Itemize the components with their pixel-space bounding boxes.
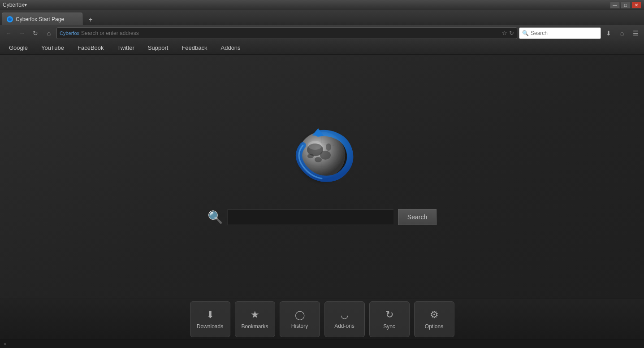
active-tab[interactable]: Cyberfox Start Page bbox=[2, 13, 82, 25]
back-button[interactable]: ← bbox=[3, 27, 14, 39]
tab-bar: Cyberfox Start Page + bbox=[0, 10, 644, 25]
reload-button[interactable]: ↻ bbox=[30, 27, 41, 39]
bookmark-youtube[interactable]: YouTube bbox=[41, 44, 64, 51]
menu-button[interactable]: ☰ bbox=[630, 27, 641, 39]
home-button[interactable]: ⌂ bbox=[43, 27, 55, 39]
nav-bar: ← → ↻ ⌂ Cyberfox ☆ ↻ 🔍 ⬇ ⌂ ☰ bbox=[0, 25, 644, 41]
search-bar-container: 🔍 bbox=[519, 27, 601, 39]
center-search-row: 🔍 Search bbox=[207, 209, 437, 225]
bookmark-twitter[interactable]: Twitter bbox=[117, 44, 134, 51]
svg-point-12 bbox=[308, 141, 322, 150]
bottom-item-downloads[interactable]: ⬇ Downloads bbox=[190, 301, 230, 337]
home-nav-button[interactable]: ⌂ bbox=[616, 27, 628, 39]
svg-point-4 bbox=[315, 157, 322, 162]
window-controls: — □ ✕ bbox=[610, 1, 641, 9]
sync-label: Sync bbox=[383, 323, 395, 330]
bookmark-facebook[interactable]: FaceBook bbox=[78, 44, 104, 51]
options-icon: ⚙ bbox=[430, 309, 439, 321]
forward-button[interactable]: → bbox=[16, 27, 28, 39]
bookmarks-icon: ★ bbox=[251, 309, 259, 321]
title-bar-left: Cyberfox▾ bbox=[3, 2, 27, 8]
svg-point-5 bbox=[307, 154, 314, 158]
bottom-item-sync[interactable]: ↻ Sync bbox=[369, 301, 410, 337]
tab-favicon bbox=[7, 16, 13, 22]
globe-logo bbox=[286, 119, 358, 191]
history-label: History bbox=[291, 323, 308, 329]
logo-area: 🔍 Search bbox=[207, 119, 437, 225]
options-label: Options bbox=[425, 323, 443, 330]
nav-reload-icon[interactable]: ↻ bbox=[509, 30, 514, 36]
svg-point-6 bbox=[326, 144, 331, 151]
center-search-button[interactable]: Search bbox=[398, 209, 437, 225]
maximize-button[interactable]: □ bbox=[621, 1, 631, 9]
sync-icon: ↻ bbox=[385, 309, 393, 321]
center-search-input[interactable] bbox=[228, 209, 393, 225]
address-input[interactable] bbox=[81, 30, 500, 36]
status-text: × bbox=[4, 341, 6, 347]
bottom-item-options[interactable]: ⚙ Options bbox=[414, 301, 454, 337]
addons-label: Add-ons bbox=[334, 323, 354, 329]
bookmark-google[interactable]: Google bbox=[9, 44, 28, 51]
bookmarks-bar: Google YouTube FaceBook Twitter Support … bbox=[0, 41, 644, 55]
bottom-item-history[interactable]: ◯ History bbox=[280, 301, 320, 337]
center-search-icon: 🔍 bbox=[207, 210, 223, 225]
main-content: 🔍 Search ⬇ Downloads ★ Bookmarks ◯ Histo… bbox=[0, 55, 644, 339]
site-badge: Cyberfox bbox=[60, 30, 79, 36]
title-bar: Cyberfox▾ — □ ✕ bbox=[0, 0, 644, 10]
bottom-toolbar: ⬇ Downloads ★ Bookmarks ◯ History ◡ Add-… bbox=[0, 299, 644, 339]
new-tab-button[interactable]: + bbox=[84, 14, 97, 25]
bookmark-support[interactable]: Support bbox=[148, 44, 169, 51]
tab-label: Cyberfox Start Page bbox=[16, 16, 64, 22]
downloads-icon: ⬇ bbox=[206, 309, 214, 321]
bookmarks-label: Bookmarks bbox=[241, 323, 268, 330]
search-glass-icon: 🔍 bbox=[522, 30, 529, 36]
bottom-item-addons[interactable]: ◡ Add-ons bbox=[324, 301, 365, 337]
bottom-item-bookmarks[interactable]: ★ Bookmarks bbox=[235, 301, 275, 337]
addons-icon: ◡ bbox=[341, 309, 348, 320]
address-bar-container: Cyberfox ☆ ↻ bbox=[56, 27, 517, 39]
bookmark-star-icon[interactable]: ☆ bbox=[502, 30, 507, 36]
bookmark-feedback[interactable]: Feedback bbox=[182, 44, 207, 51]
close-button[interactable]: ✕ bbox=[631, 1, 641, 9]
history-icon: ◯ bbox=[295, 309, 305, 320]
status-bar: × bbox=[0, 339, 644, 348]
bookmark-addons[interactable]: Addons bbox=[221, 44, 241, 51]
download-button[interactable]: ⬇ bbox=[603, 27, 614, 39]
browser-search-input[interactable] bbox=[531, 30, 598, 36]
app-name-label[interactable]: Cyberfox▾ bbox=[3, 2, 27, 8]
downloads-label: Downloads bbox=[197, 323, 223, 330]
minimize-button[interactable]: — bbox=[610, 1, 620, 9]
